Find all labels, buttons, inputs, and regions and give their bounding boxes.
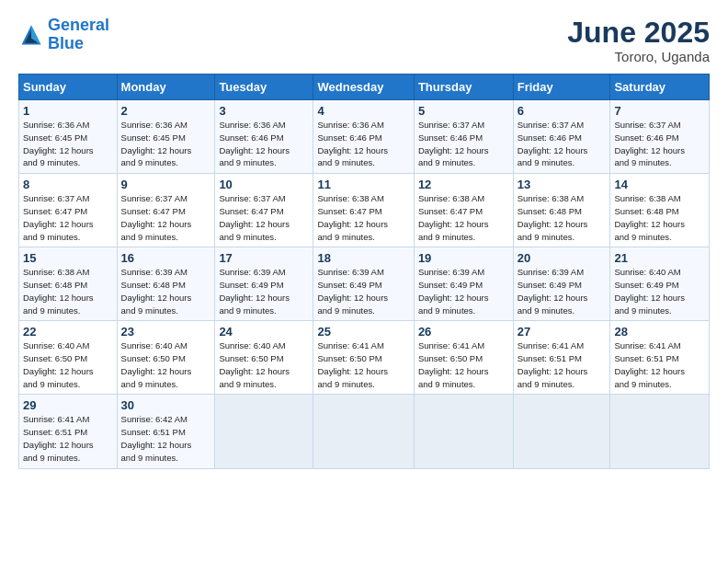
- daylight-text-cont: and 9 minutes.: [614, 157, 671, 167]
- sunrise-text: Sunrise: 6:40 AM: [219, 340, 285, 350]
- daylight-text-cont: and 9 minutes.: [614, 305, 671, 316]
- day-info: Sunrise: 6:38 AMSunset: 6:48 PMDaylight:…: [614, 192, 705, 243]
- day-info: Sunrise: 6:40 AMSunset: 6:49 PMDaylight:…: [614, 266, 705, 316]
- sunset-text: Sunset: 6:50 PM: [121, 353, 186, 363]
- day-number: 21: [614, 251, 705, 265]
- day-info: Sunrise: 6:36 AMSunset: 6:46 PMDaylight:…: [317, 119, 409, 169]
- calendar-cell: 13Sunrise: 6:38 AMSunset: 6:48 PMDayligh…: [513, 174, 610, 247]
- sunset-text: Sunset: 6:49 PM: [518, 280, 582, 290]
- calendar-cell: 11Sunrise: 6:38 AMSunset: 6:47 PMDayligh…: [313, 174, 414, 247]
- daylight-text-cont: and 9 minutes.: [23, 453, 80, 463]
- calendar-cell: 24Sunrise: 6:40 AMSunset: 6:50 PMDayligh…: [215, 321, 313, 395]
- day-info: Sunrise: 6:40 AMSunset: 6:50 PMDaylight:…: [23, 339, 113, 390]
- calendar-cell: 22Sunrise: 6:40 AMSunset: 6:50 PMDayligh…: [19, 321, 118, 395]
- day-number: 10: [219, 178, 309, 191]
- day-number: 2: [121, 104, 211, 118]
- calendar-cell: 25Sunrise: 6:41 AMSunset: 6:50 PMDayligh…: [313, 321, 414, 395]
- day-info: Sunrise: 6:39 AMSunset: 6:48 PMDaylight:…: [121, 266, 211, 316]
- day-info: Sunrise: 6:39 AMSunset: 6:49 PMDaylight:…: [418, 266, 509, 316]
- day-number: 16: [121, 251, 211, 265]
- calendar-cell: 30Sunrise: 6:42 AMSunset: 6:51 PMDayligh…: [117, 395, 215, 468]
- sunset-text: Sunset: 6:49 PM: [418, 280, 483, 290]
- sunset-text: Sunset: 6:46 PM: [614, 132, 678, 143]
- calendar-cell: [610, 395, 710, 468]
- day-number: 27: [518, 325, 607, 339]
- day-number: 4: [317, 104, 409, 118]
- sunset-text: Sunset: 6:50 PM: [23, 353, 87, 363]
- sunset-text: Sunset: 6:46 PM: [219, 132, 283, 143]
- sunset-text: Sunset: 6:46 PM: [418, 132, 483, 143]
- day-info: Sunrise: 6:39 AMSunset: 6:49 PMDaylight:…: [518, 266, 607, 316]
- sunrise-text: Sunrise: 6:36 AM: [121, 120, 188, 130]
- daylight-text: Daylight: 12 hours: [219, 293, 290, 303]
- daylight-text-cont: and 9 minutes.: [121, 453, 178, 463]
- weekday-header-saturday: Saturday: [610, 75, 710, 100]
- day-info: Sunrise: 6:37 AMSunset: 6:46 PMDaylight:…: [614, 119, 705, 169]
- day-info: Sunrise: 6:40 AMSunset: 6:50 PMDaylight:…: [121, 339, 211, 390]
- daylight-text-cont: and 9 minutes.: [418, 157, 475, 167]
- logo: General Blue: [18, 17, 109, 53]
- day-number: 23: [121, 325, 211, 339]
- calendar-week-5: 29Sunrise: 6:41 AMSunset: 6:51 PMDayligh…: [19, 395, 710, 468]
- daylight-text: Daylight: 12 hours: [518, 366, 588, 376]
- page: General Blue June 2025 Tororo, Uganda Su…: [0, 0, 728, 563]
- day-info: Sunrise: 6:39 AMSunset: 6:49 PMDaylight:…: [219, 266, 309, 316]
- sunrise-text: Sunrise: 6:41 AM: [614, 340, 680, 350]
- calendar-cell: 28Sunrise: 6:41 AMSunset: 6:51 PMDayligh…: [610, 321, 710, 395]
- daylight-text-cont: and 9 minutes.: [121, 379, 178, 389]
- daylight-text-cont: and 9 minutes.: [518, 379, 574, 389]
- weekday-header-tuesday: Tuesday: [215, 75, 313, 100]
- sunset-text: Sunset: 6:45 PM: [23, 132, 87, 143]
- daylight-text: Daylight: 12 hours: [23, 440, 94, 450]
- calendar-cell: 12Sunrise: 6:38 AMSunset: 6:47 PMDayligh…: [414, 174, 513, 247]
- day-number: 24: [219, 325, 309, 339]
- weekday-header-friday: Friday: [513, 75, 610, 100]
- day-info: Sunrise: 6:37 AMSunset: 6:47 PMDaylight:…: [121, 192, 211, 243]
- day-info: Sunrise: 6:37 AMSunset: 6:47 PMDaylight:…: [219, 192, 309, 243]
- day-info: Sunrise: 6:37 AMSunset: 6:46 PMDaylight:…: [518, 119, 607, 169]
- sunrise-text: Sunrise: 6:41 AM: [23, 414, 89, 424]
- logo-line2: Blue: [48, 34, 84, 52]
- day-info: Sunrise: 6:37 AMSunset: 6:47 PMDaylight:…: [23, 192, 113, 243]
- daylight-text: Daylight: 12 hours: [317, 145, 388, 155]
- day-number: 1: [23, 104, 113, 118]
- calendar-cell: 6Sunrise: 6:37 AMSunset: 6:46 PMDaylight…: [513, 100, 610, 174]
- sunrise-text: Sunrise: 6:42 AM: [121, 414, 188, 424]
- sunset-text: Sunset: 6:47 PM: [317, 206, 381, 216]
- sunrise-text: Sunrise: 6:37 AM: [121, 193, 188, 203]
- logo-line1: General: [48, 16, 109, 34]
- calendar-cell: [215, 395, 313, 468]
- day-info: Sunrise: 6:40 AMSunset: 6:50 PMDaylight:…: [219, 339, 309, 390]
- daylight-text-cont: and 9 minutes.: [121, 305, 178, 316]
- daylight-text: Daylight: 12 hours: [518, 219, 588, 229]
- daylight-text-cont: and 9 minutes.: [219, 232, 276, 242]
- daylight-text: Daylight: 12 hours: [317, 219, 388, 229]
- daylight-text: Daylight: 12 hours: [121, 145, 192, 155]
- daylight-text: Daylight: 12 hours: [614, 366, 685, 376]
- sunrise-text: Sunrise: 6:37 AM: [23, 193, 89, 203]
- day-info: Sunrise: 6:36 AMSunset: 6:45 PMDaylight:…: [23, 119, 113, 169]
- daylight-text: Daylight: 12 hours: [317, 293, 388, 303]
- daylight-text-cont: and 9 minutes.: [317, 157, 374, 167]
- day-number: 14: [614, 178, 705, 191]
- daylight-text: Daylight: 12 hours: [418, 145, 489, 155]
- sunrise-text: Sunrise: 6:37 AM: [518, 120, 584, 130]
- calendar-cell: 4Sunrise: 6:36 AMSunset: 6:46 PMDaylight…: [313, 100, 414, 174]
- day-info: Sunrise: 6:36 AMSunset: 6:45 PMDaylight:…: [121, 119, 211, 169]
- sunrise-text: Sunrise: 6:39 AM: [219, 267, 285, 277]
- daylight-text: Daylight: 12 hours: [418, 219, 489, 229]
- daylight-text-cont: and 9 minutes.: [121, 157, 178, 167]
- sunrise-text: Sunrise: 6:40 AM: [121, 340, 188, 350]
- calendar-cell: 14Sunrise: 6:38 AMSunset: 6:48 PMDayligh…: [610, 174, 710, 247]
- day-number: 25: [317, 325, 409, 339]
- sunrise-text: Sunrise: 6:41 AM: [518, 340, 584, 350]
- day-number: 26: [418, 325, 509, 339]
- sunrise-text: Sunrise: 6:36 AM: [317, 120, 383, 130]
- day-number: 28: [614, 325, 705, 339]
- day-number: 15: [23, 251, 113, 265]
- calendar-cell: 1Sunrise: 6:36 AMSunset: 6:45 PMDaylight…: [19, 100, 118, 174]
- sunrise-text: Sunrise: 6:41 AM: [418, 340, 484, 350]
- sunset-text: Sunset: 6:46 PM: [317, 132, 381, 143]
- day-number: 9: [121, 178, 211, 191]
- month-year: June 2025: [567, 17, 710, 49]
